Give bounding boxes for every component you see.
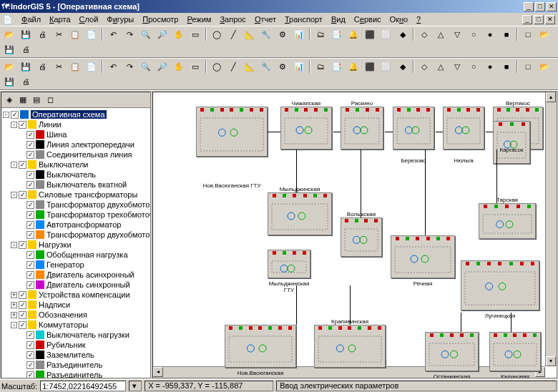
toolbar-button[interactable]: 🔎 [155,59,170,74]
toolbar-button[interactable]: ◯ [209,27,225,41]
substation[interactable]: Нюльга [443,107,484,150]
mdi-close-button[interactable]: ✕ [545,15,555,24]
menu-Фигуры[interactable]: Фигуры [102,14,138,24]
toolbar-button[interactable]: ▭ [187,59,203,74]
toolbar-button[interactable]: ⬛ [362,59,378,74]
tree-label[interactable]: Выключатель [46,170,96,179]
toolbar-button[interactable]: ◯ [209,59,225,74]
tree-label[interactable]: Силовые трансформаторы [39,190,137,199]
tree-checkbox[interactable] [26,211,34,219]
tree-expander[interactable]: - [11,242,17,248]
menu-Окно[interactable]: Окно [386,14,413,24]
menu-Файл[interactable]: Файл [17,14,45,24]
toolbar-button[interactable]: ▭ [187,27,203,41]
substation[interactable]: Чижапская [280,107,332,150]
tree-checkbox[interactable] [26,221,34,229]
tree-label[interactable]: Обобщенная нагрузка [46,250,128,259]
toolbar-button[interactable]: 📄 [84,59,99,74]
menu-Режим[interactable]: Режим [182,14,215,24]
tree-checkbox[interactable] [26,131,34,139]
tree-checkbox[interactable] [26,371,34,378]
menu-Сервис[interactable]: Сервис [350,14,386,24]
scale-input[interactable] [40,381,126,391]
tree-label[interactable]: Двигатель асинхронный [46,270,134,279]
scroll-up-button[interactable]: ▴ [546,92,556,102]
toolbar-button[interactable]: ✋ [171,27,187,41]
toolbar-button[interactable]: ○ [466,59,481,74]
toolbar-button[interactable]: 📑 [329,59,345,74]
tree-label[interactable]: Устройства компенсации [39,290,130,299]
tree-label[interactable]: Надписи [39,300,70,309]
tree-checkbox[interactable] [26,351,34,359]
toolbar-button[interactable]: 📋 [67,59,83,74]
menu-Слой[interactable]: Слой [75,14,103,24]
substation[interactable]: Березово [393,107,434,150]
toolbar-button[interactable]: ● [482,59,498,74]
toolbar-button[interactable]: ✂ [51,27,67,41]
toolbar-button[interactable]: 💾 [1,42,17,57]
toolbar-button[interactable]: ■ [499,27,514,41]
tree-label[interactable]: Рубильник [46,340,86,349]
toolbar-button[interactable]: ↷ [122,27,137,41]
vertical-scrollbar[interactable]: ▴ ▾ [545,92,557,366]
toolbar-button[interactable]: 🖨 [34,59,50,74]
menu-Отчет[interactable]: Отчет [250,14,280,24]
toolbar-button[interactable]: 🔧 [258,59,274,74]
toolbar-button[interactable]: △ [433,59,449,74]
toolbar-button[interactable]: 🔔 [346,59,361,74]
layers-tool-icon[interactable]: ▦ [16,94,29,107]
substation[interactable]: Мыльджинская ГТУ [268,250,310,278]
tree-expander[interactable]: - [11,122,17,128]
tree-label[interactable]: Линия электропередачи [46,140,134,149]
tree-label[interactable]: Обозначения [39,310,87,319]
toolbar-button[interactable]: 📂 [1,59,17,74]
tree-checkbox[interactable] [19,121,26,129]
toolbar-button[interactable]: 📂 [537,59,552,74]
toolbar-button[interactable]: ✋ [171,59,187,74]
tree-checkbox[interactable] [19,241,26,249]
tree-checkbox[interactable] [26,231,34,239]
toolbar-button[interactable]: ◆ [395,59,411,74]
substation[interactable]: Вольжская [341,217,382,257]
tree-checkbox[interactable] [26,151,34,159]
tree-checkbox[interactable] [19,301,26,309]
toolbar-button[interactable]: 🗂 [313,59,328,74]
toolbar-button[interactable]: ⬜ [378,27,394,41]
toolbar-button[interactable]: 📊 [291,59,307,74]
substation[interactable]: Лугинецкая [461,260,539,310]
substation[interactable]: Останкинская [425,332,479,371]
menu-Вид[interactable]: Вид [327,14,350,24]
tree-checkbox[interactable] [26,171,34,179]
menu-Карта[interactable]: Карта [45,14,74,24]
tree-label[interactable]: Нагрузки [39,240,72,249]
toolbar-button[interactable]: 🔍 [138,59,154,74]
tree-expander[interactable]: - [11,322,17,328]
tree-label[interactable]: Соединительная линия [46,150,132,159]
schematic-canvas[interactable]: ▴ ▾ ◂ ▸ Нов.Васюганская ГТУЧижапскаяРаск… [152,92,557,378]
tree-label[interactable]: Шина [46,130,67,139]
tree-label[interactable]: Генератор [46,260,84,269]
tree-label[interactable]: Выключатели [39,160,88,169]
substation[interactable]: Крапивинская [314,325,386,368]
mdi-minimize-button[interactable]: _ [522,15,532,24]
substation[interactable]: Мыльджинская [268,192,332,235]
toolbar-button[interactable]: □ [520,27,536,41]
toolbar-button[interactable]: ⬜ [378,59,394,74]
toolbar-button[interactable]: ⚙ [275,27,290,41]
substation[interactable]: Каргасок [493,121,530,164]
layers-tool-icon[interactable]: ◈ [3,94,16,107]
horizontal-scrollbar[interactable]: ◂ ▸ [153,366,545,378]
tree-label[interactable]: Трансформатор двухобмоточны [46,230,150,239]
toolbar-button[interactable]: □ [520,59,536,74]
menu-Запрос[interactable]: Запрос [215,14,250,24]
tree-label[interactable]: Коммутаторы [39,320,88,329]
toolbar-button[interactable]: 🔧 [258,27,274,41]
minimize-button[interactable]: _ [524,2,534,11]
tree-label[interactable]: Разъединитель [46,361,102,369]
menu-Транспорт[interactable]: Транспорт [280,14,327,24]
substation[interactable]: Раскино [341,107,383,150]
toolbar-button[interactable]: 🖨 [18,74,34,89]
tree-label[interactable]: Линии [39,120,62,129]
substation[interactable]: Нов.Васюганская [225,325,296,368]
tree-label[interactable]: Автотрансформатор [46,220,121,229]
